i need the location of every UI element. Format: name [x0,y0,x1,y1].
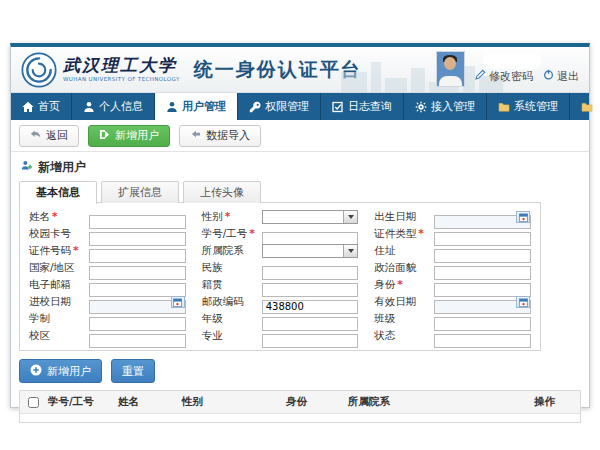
gender-select[interactable] [262,210,359,224]
nav-tab-label: 首页 [38,99,60,114]
data-import-button[interactable]: 数据导入 [179,125,261,147]
field-label: 籍贯 [202,278,223,290]
nav-tab-subscription-management[interactable]: 订阅管理 [570,93,600,120]
user-avatar[interactable] [436,51,465,87]
nav-tab-system-management[interactable]: 系统管理 [487,93,570,120]
required-mark: * [225,210,231,222]
university-name-block: 武汉理工大学 WUHAN UNIVERSITY OF TECHNOLOGY [63,57,180,83]
chevron-down-icon[interactable] [343,245,357,257]
form-field-campus-card: 校园卡号 [29,227,186,241]
campus-input[interactable] [89,334,186,348]
form-field-grade: 年级 [202,312,359,326]
nav-tab-label: 个人信息 [99,99,143,114]
form-field-id-type: 证件类型* [374,227,531,241]
field-label: 校区 [29,329,50,341]
nav-tab-permission-management[interactable]: 权限管理 [238,93,321,120]
birthdate-picker-button[interactable] [516,211,530,223]
power-icon [543,69,554,83]
form-field-address: 住址 [374,244,531,258]
form-field-native-place: 籍贯 [202,278,359,292]
change-password-label: 修改密码 [489,69,533,84]
calendar-icon [173,298,182,307]
field-label: 所属院系 [202,244,244,256]
required-mark: * [418,227,424,239]
field-label: 状态 [374,329,395,341]
form-field-country: 国家/地区 [29,261,186,275]
field-label: 身份 [374,278,395,290]
section-title: 新增用户 [19,152,581,181]
checklist-icon [332,101,344,113]
field-label: 住址 [374,244,395,256]
tab-upload-avatar[interactable]: 上传头像 [183,181,261,203]
form-tabs: 基本信息 扩展信息 上传头像 [19,181,581,203]
nav-tab-access-management[interactable]: 接入管理 [404,93,487,120]
reset-button[interactable]: 重置 [111,359,155,383]
field-label: 出生日期 [374,210,416,222]
field-label: 邮政编码 [202,295,244,307]
back-label: 返回 [46,128,68,143]
back-arrow-icon [30,129,41,143]
select-all-checkbox[interactable] [28,397,39,408]
reset-label: 重置 [122,364,144,379]
field-label: 国家/地区 [29,261,75,273]
department-select[interactable] [262,244,359,258]
required-mark: * [73,244,79,256]
key-icon [249,101,261,113]
nav-tab-user-management[interactable]: 用户管理 [155,93,238,120]
col-identity: 身份 [284,395,346,409]
basic-info-panel: 姓名* 性别* 出生日期 校园卡号 学号/工号* [19,202,541,351]
main-nav: 首页 个人信息 用户管理 权限管理 日志查询 接入管理 [11,93,589,120]
submit-add-user-label: 新增用户 [47,364,91,379]
tab-basic-info[interactable]: 基本信息 [19,181,97,204]
chevron-down-icon[interactable] [343,211,357,223]
user-icon [83,101,95,113]
col-student-id: 学号/工号 [46,395,116,409]
field-label: 学制 [29,312,50,324]
university-logo [21,52,57,88]
back-button[interactable]: 返回 [19,125,79,147]
nav-tab-label: 权限管理 [265,99,309,114]
folder-icon [581,101,593,113]
nav-tab-home[interactable]: 首页 [11,93,72,120]
submit-add-user-button[interactable]: 新增用户 [19,359,102,383]
form-field-student-id: 学号/工号* [202,227,359,241]
field-label: 进校日期 [29,295,71,307]
major-input[interactable] [262,334,359,348]
change-password-link[interactable]: 修改密码 [475,69,533,84]
logout-link[interactable]: 退出 [543,69,579,84]
form-field-ethnicity: 民族 [202,261,359,275]
form-field-campus: 校区 [29,329,186,343]
university-name-en: WUHAN UNIVERSITY OF TECHNOLOGY [63,77,180,83]
folder-icon [498,101,510,113]
entry-date-picker-button[interactable] [171,296,185,308]
nav-tab-personal-info[interactable]: 个人信息 [72,93,155,120]
nav-tab-label: 用户管理 [182,99,226,114]
app-window: 武汉理工大学 WUHAN UNIVERSITY OF TECHNOLOGY 统一… [10,43,590,408]
form-field-class: 班级 [374,312,531,326]
form-field-entry-date: 进校日期 [29,295,186,309]
nav-tab-log-query[interactable]: 日志查询 [321,93,404,120]
pencil-icon [475,69,486,83]
form-field-political-status: 政治面貌 [374,261,531,275]
valid-date-picker-button[interactable] [516,296,530,308]
form-field-identity: 身份* [374,278,531,292]
form-field-major: 专业 [202,329,359,343]
form-field-birthdate: 出生日期 [374,210,531,224]
platform-title: 统一身份认证平台 [194,57,362,83]
data-import-label: 数据导入 [206,128,250,143]
form-field-valid-date: 有效日期 [374,295,531,309]
tab-extended-info[interactable]: 扩展信息 [101,181,179,203]
new-user-button[interactable]: 新增用户 [88,125,170,147]
add-user-icon [21,160,33,175]
field-label: 政治面貌 [374,261,416,273]
required-mark: * [52,210,58,222]
user-table-header: 学号/工号 姓名 性别 身份 所属院系 操作 [20,391,580,414]
form-field-schooling-length: 学制 [29,312,186,326]
user-table-empty-body [20,414,580,422]
col-operation: 操作 [532,395,580,409]
field-label: 电子邮箱 [29,278,71,290]
home-icon [22,101,34,113]
gear-icon [415,101,427,113]
status-input[interactable] [434,334,531,348]
field-label: 姓名 [29,210,50,222]
